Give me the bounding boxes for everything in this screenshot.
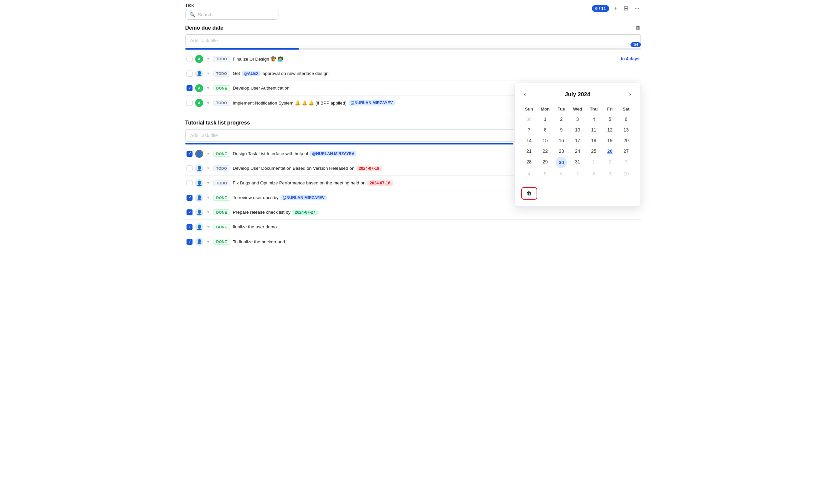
s2-task4-checkbox[interactable] [186,195,192,201]
app-container: Tick 🔍 6 / 11 + ⊟ ··· Demo due date 🗑 1/… [180,0,646,249]
chevron-down-icon[interactable]: ▼ [206,225,211,229]
cal-day[interactable]: 3 [570,114,586,124]
cal-header-mon: Mon [538,105,553,114]
cal-day[interactable]: 15 [538,135,553,145]
cal-day[interactable]: 30 [521,114,537,124]
section1-header: Demo due date 🗑 [185,25,641,31]
calendar-next-button[interactable]: › [627,89,634,99]
cal-day[interactable]: 18 [586,135,601,145]
header-right: 6 / 11 + ⊟ ··· [592,4,641,13]
cal-day[interactable]: 4 [586,114,601,124]
cal-day[interactable]: 20 [618,135,634,145]
more-button[interactable]: ··· [633,4,641,13]
table-row: 👤 ▼ DONE Prepare release check list by 2… [185,205,641,220]
cal-day[interactable]: 2 [602,157,618,168]
s2-task2-checkbox[interactable] [186,166,192,172]
status-badge: DONE [213,209,230,215]
chevron-down-icon[interactable]: ▼ [206,101,211,105]
s2-task3-checkbox[interactable] [186,180,192,186]
cal-day[interactable]: 5 [602,114,618,124]
cal-day[interactable]: 7 [521,125,537,135]
task1-checkbox[interactable] [186,56,192,62]
cal-day[interactable]: 9 [553,125,569,135]
avatar: 👤 [195,70,203,77]
calendar-delete-button[interactable]: 🗑 [521,187,537,200]
cal-day[interactable]: 2 [553,114,569,124]
section1-add-task-input[interactable] [185,34,641,47]
cal-day[interactable]: 19 [602,135,618,145]
section1-delete-icon[interactable]: 🗑 [636,25,641,31]
cal-header-fri: Fri [602,105,618,114]
cal-header-sat: Sat [618,105,634,114]
cal-day[interactable]: 28 [521,157,537,168]
cal-day[interactable]: 10 [618,169,634,179]
cal-day[interactable]: 6 [618,114,634,124]
table-row: 👤 ▼ DONE finalize the user demo [185,220,641,234]
search-input[interactable] [198,12,274,17]
mention-badge: @NURLAN MIRZAYEV [349,100,395,106]
s2-task1-checkbox[interactable] [186,151,192,157]
cal-day[interactable]: 10 [570,125,586,135]
chevron-down-icon[interactable]: ▼ [206,167,211,170]
filter-button[interactable]: ⊟ [622,4,630,13]
cal-day[interactable]: 31 [570,157,586,168]
cal-day[interactable]: 1 [538,114,553,124]
cal-day-today[interactable]: 30 [555,157,567,168]
task-text: finalize the user demo [233,225,640,229]
cal-day[interactable]: 22 [538,146,553,156]
chevron-down-icon[interactable]: ▼ [206,86,211,90]
chevron-down-icon[interactable]: ▼ [206,240,211,244]
task2-checkbox[interactable] [186,71,192,76]
cal-day[interactable]: 16 [553,135,569,145]
chevron-down-icon[interactable]: ▼ [206,181,211,185]
s2-task7-checkbox[interactable] [186,239,192,245]
chevron-down-icon[interactable]: ▼ [206,72,211,75]
cal-day[interactable]: 24 [570,146,586,156]
chevron-down-icon[interactable]: ▼ [206,152,211,155]
mention-badge: @NURLAN MIRZAYEV [310,151,356,156]
avatar: A [195,84,203,92]
mention-badge: @NURLAN MIRZAYEV [281,195,327,200]
avatar: 👤 [195,179,203,187]
chevron-down-icon[interactable]: ▼ [206,196,211,199]
cal-day[interactable]: 9 [602,169,618,179]
chevron-down-icon[interactable]: ▼ [206,57,211,61]
status-badge: DONE [213,195,230,201]
cal-day[interactable]: 13 [618,125,634,135]
cal-header-wed: Wed [570,105,586,114]
calendar-prev-button[interactable]: ‹ [521,89,529,99]
cal-day[interactable]: 17 [570,135,586,145]
cal-day-selected[interactable]: 26 [602,146,618,156]
cal-day[interactable]: 5 [538,169,553,179]
cal-day[interactable]: 4 [521,169,537,179]
cal-day[interactable]: 1 [586,157,601,168]
task3-checkbox[interactable] [186,85,192,91]
cal-day[interactable]: 8 [538,125,553,135]
task4-checkbox[interactable] [186,100,192,106]
cal-day[interactable]: 6 [553,169,569,179]
cal-day[interactable]: 7 [570,169,586,179]
cal-day[interactable]: 25 [586,146,601,156]
cal-day[interactable]: 14 [521,135,537,145]
cal-day[interactable]: 21 [521,146,537,156]
chevron-down-icon[interactable]: ▼ [206,210,211,214]
table-row: A ▼ TODO Finalize UI Design 🤠 👨‍💻 in 4 d… [185,52,641,66]
due-date-badge: 2024-07-16 [367,180,392,186]
cal-day[interactable]: 29 [538,157,553,168]
cal-day[interactable]: 8 [586,169,601,179]
section2-title: Tutorial task list progress [185,120,250,126]
status-badge: TODO [213,100,230,106]
cal-day[interactable]: 3 [618,157,634,168]
cal-day[interactable]: 27 [618,146,634,156]
mention-badge: @ALEX [242,71,260,76]
s2-task5-checkbox[interactable] [186,209,192,215]
add-button[interactable]: + [612,4,619,13]
calendar-grid: Sun Mon Tue Wed Thu Fri Sat 30 1 2 3 4 5… [521,105,634,179]
section2-progress-fill [185,143,513,144]
app-title: Tick [185,3,641,8]
search-icon: 🔍 [189,12,195,17]
cal-day[interactable]: 12 [602,125,618,135]
cal-day[interactable]: 11 [586,125,601,135]
s2-task6-checkbox[interactable] [186,224,192,230]
cal-day[interactable]: 23 [553,146,569,156]
